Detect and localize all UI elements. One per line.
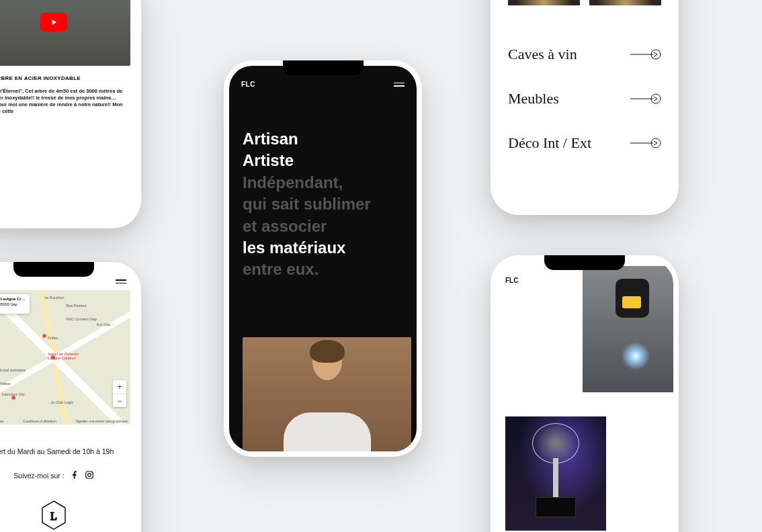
brand-hex-logo[interactable]: L bbox=[40, 500, 67, 531]
hero-line: Artiste bbox=[243, 150, 403, 171]
arrow-right-icon bbox=[630, 92, 661, 105]
zoom-in-button[interactable]: + bbox=[113, 380, 126, 394]
category-image[interactable] bbox=[589, 0, 661, 5]
map-poi-label: NAC Connect Gap bbox=[66, 317, 97, 321]
phone-notch bbox=[13, 262, 94, 277]
category-image[interactable] bbox=[508, 0, 580, 5]
article-body: résente "l'Éternel", Cet arbre de 4m50 e… bbox=[0, 88, 129, 116]
map-poi-label: Rue Pasteur bbox=[66, 304, 87, 308]
hero-line: Indépendant, bbox=[243, 172, 403, 193]
category-label: Déco Int / Ext bbox=[508, 134, 591, 152]
video-thumbnail[interactable] bbox=[0, 0, 130, 66]
map-poi-label: Ibis Gap bbox=[97, 322, 110, 326]
location-map[interactable]: lorentin Lavigne Cr… errasse, 05000 Gap … bbox=[0, 290, 130, 425]
svg-point-7 bbox=[87, 474, 91, 477]
map-poi-label: du Clair Logis bbox=[50, 400, 73, 404]
phone-notch bbox=[544, 255, 625, 270]
hero-line: qui sait sublimer bbox=[243, 193, 403, 215]
map-card-title: lorentin Lavigne Cr… bbox=[0, 297, 26, 301]
map-poi-label: Atelier de Florentin Lavigne Création bbox=[48, 352, 88, 360]
map-pin[interactable] bbox=[42, 333, 47, 339]
map-attribution: cartographiques Conditions d'utilisation… bbox=[0, 419, 128, 423]
mockup-phone-map: lorentin Lavigne Cr… errasse, 05000 Gap … bbox=[0, 262, 141, 532]
map-poi-label: Artifex bbox=[48, 336, 58, 340]
map-terms-link[interactable]: Conditions d'utilisation bbox=[23, 419, 56, 423]
brand-logo[interactable]: FLC bbox=[241, 81, 255, 88]
social-follow: Suivez-moi sur : bbox=[0, 470, 136, 481]
hero-line: Artisan bbox=[243, 128, 403, 150]
map-report-link[interactable]: Signaler une erreur cartographique bbox=[75, 419, 128, 423]
mockup-phone-categories: Caves à vin Meubles Déco Int / Ext bbox=[491, 0, 679, 215]
svg-rect-6 bbox=[85, 472, 93, 479]
map-poi-label: Carrefour City bbox=[1, 392, 24, 396]
article-title: "EL" ARBRE EN ACIER INOXYDABLE bbox=[0, 75, 129, 81]
map-info-card[interactable]: lorentin Lavigne Cr… errasse, 05000 Gap … bbox=[0, 294, 30, 314]
arrow-right-icon bbox=[630, 48, 661, 61]
category-images bbox=[508, 0, 661, 5]
mockup-phone-video: "EL" ARBRE EN ACIER INOXYDABLE résente "… bbox=[0, 0, 141, 228]
hero-line: et associer bbox=[243, 216, 403, 237]
play-icon bbox=[49, 17, 58, 27]
svg-text:L: L bbox=[50, 511, 57, 522]
svg-point-8 bbox=[91, 472, 91, 473]
map-poi-label: Le Bouchon bbox=[44, 296, 64, 300]
arrow-right-icon bbox=[630, 136, 661, 150]
map-card-address: errasse, 05000 Gap bbox=[0, 302, 17, 306]
menu-icon[interactable] bbox=[116, 279, 126, 283]
hero-line: les matériaux bbox=[243, 237, 403, 259]
follow-label: Suivez-moi sur : bbox=[13, 472, 64, 480]
category-link-caves[interactable]: Caves à vin bbox=[508, 32, 661, 77]
category-link-deco[interactable]: Déco Int / Ext bbox=[508, 121, 661, 165]
menu-icon[interactable] bbox=[394, 83, 405, 87]
facebook-icon[interactable] bbox=[70, 470, 79, 481]
mockup-phone-gallery: FLC bbox=[491, 255, 679, 532]
map-zoom-controls: + − bbox=[113, 380, 126, 407]
gallery-image-welding[interactable] bbox=[583, 266, 673, 392]
category-link-meubles[interactable]: Meubles bbox=[508, 77, 661, 121]
hero-headline: Artisan Artiste Indépendant, qui sait su… bbox=[229, 88, 417, 281]
category-label: Meubles bbox=[508, 90, 559, 107]
play-button[interactable] bbox=[40, 13, 67, 32]
opening-hours: vert du Mardi au Samedi de 10h à 19h bbox=[0, 447, 136, 455]
brand-logo[interactable]: FLC bbox=[505, 277, 518, 284]
map-attrib-short: cartographiques bbox=[0, 419, 4, 423]
mockup-phone-hero: FLC Artisan Artiste Indépendant, qui sai… bbox=[224, 60, 422, 457]
map-poi-label: Tribunal Judiciaire bbox=[0, 368, 26, 372]
zoom-out-button[interactable]: − bbox=[113, 394, 126, 407]
map-poi-label: Cinéma Le Palace bbox=[0, 382, 11, 386]
category-label: Caves à vin bbox=[508, 46, 577, 63]
instagram-icon[interactable] bbox=[85, 470, 94, 481]
hero-portrait bbox=[243, 337, 411, 451]
gallery-image-tree[interactable] bbox=[505, 416, 606, 531]
hero-line: entre eux. bbox=[243, 259, 403, 280]
phone-notch bbox=[283, 60, 364, 75]
